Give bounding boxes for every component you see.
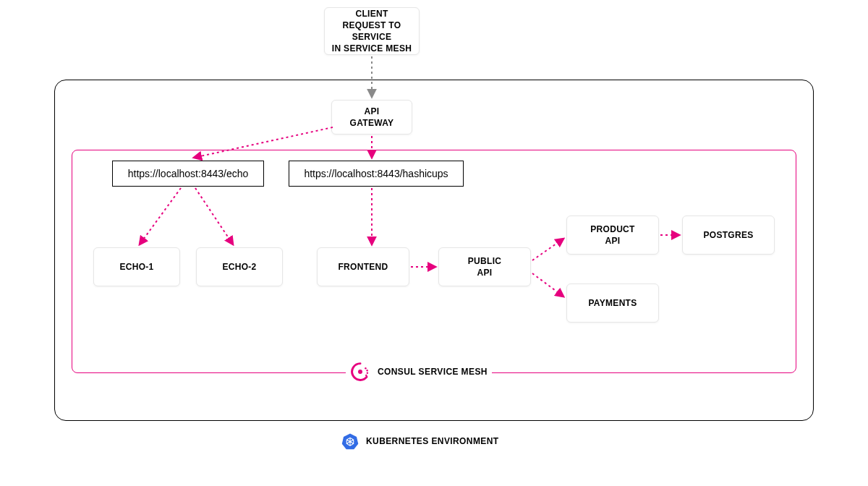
svg-point-14 — [365, 375, 367, 376]
svg-point-11 — [365, 367, 366, 369]
node-label: PUBLICAPI — [468, 255, 501, 278]
kubernetes-env-label: KUBERNETES ENVIRONMENT — [337, 432, 503, 450]
env-label-text: KUBERNETES ENVIRONMENT — [366, 436, 498, 446]
node-label: APIGATEWAY — [350, 106, 394, 129]
node-label: PRODUCTAPI — [590, 223, 634, 247]
env-label-text: CONSUL SERVICE MESH — [378, 367, 488, 377]
node-label: PAYMENTS — [588, 297, 637, 309]
payments-node: PAYMENTS — [566, 284, 659, 323]
node-label: ECHO-1 — [119, 261, 153, 273]
consul-env-label: CONSUL SERVICE MESH — [346, 362, 492, 382]
url-text: https://localhost:8443/hashicups — [304, 168, 448, 179]
svg-point-23 — [349, 441, 351, 443]
node-label: POSTGRES — [703, 229, 753, 241]
svg-point-13 — [367, 372, 368, 374]
url-echo: https://localhost:8443/echo — [112, 161, 264, 187]
public-api-node: PUBLICAPI — [438, 247, 531, 286]
api-gateway-node: APIGATEWAY — [331, 100, 412, 135]
postgres-node: POSTGRES — [682, 216, 775, 255]
frontend-node: FRONTEND — [317, 247, 409, 286]
consul-icon — [350, 362, 370, 382]
product-api-node: PRODUCTAPI — [566, 216, 659, 255]
node-label: FRONTEND — [338, 261, 388, 273]
node-label: ECHO-2 — [222, 261, 256, 273]
svg-point-12 — [366, 370, 367, 371]
svg-point-10 — [358, 370, 362, 374]
echo-2-node: ECHO-2 — [196, 247, 283, 286]
kubernetes-icon — [341, 432, 359, 450]
node-label: CLIENTREQUEST TO SERVICEIN SERVICE MESH — [329, 8, 414, 55]
client-node: CLIENTREQUEST TO SERVICEIN SERVICE MESH — [324, 7, 420, 55]
url-text: https://localhost:8443/echo — [128, 168, 249, 179]
echo-1-node: ECHO-1 — [93, 247, 180, 286]
url-hashicups: https://localhost:8443/hashicups — [289, 161, 464, 187]
diagram-canvas: CLIENTREQUEST TO SERVICEIN SERVICE MESH … — [0, 0, 868, 486]
